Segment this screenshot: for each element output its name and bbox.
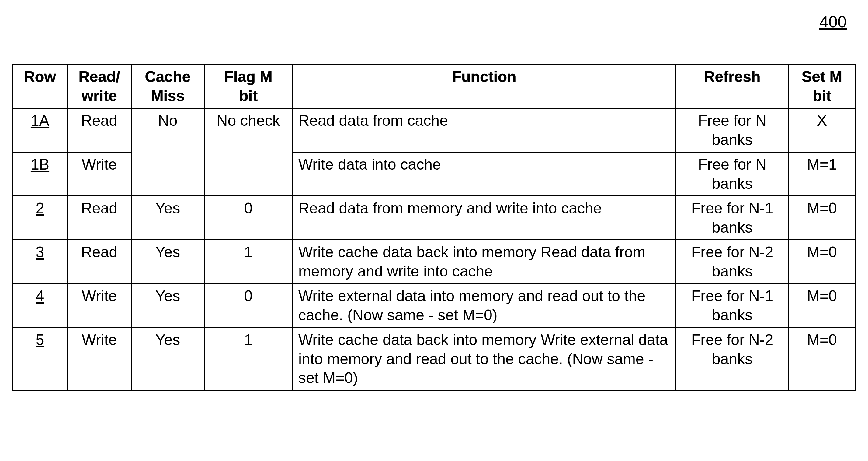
cell-function: Write external data into memory and read…: [292, 284, 676, 328]
cell-set-m-bit: M=0: [788, 240, 856, 284]
cell-refresh: Free for N banks: [676, 108, 788, 152]
cell-set-m-bit: M=1: [788, 152, 856, 196]
cell-cache-miss: No: [131, 108, 205, 196]
cell-read-write: Read: [67, 108, 131, 152]
header-function: Function: [292, 64, 676, 108]
cell-row: 3: [13, 240, 67, 284]
header-cache-miss: CacheMiss: [131, 64, 205, 108]
cell-flag-m-bit: 1: [205, 328, 292, 391]
cell-row: 5: [13, 328, 67, 391]
table-row: 4 Write Yes 0 Write external data into m…: [13, 284, 856, 328]
cell-flag-m-bit: 1: [205, 240, 292, 284]
header-row: Row: [13, 64, 67, 108]
cell-flag-m-bit: 0: [205, 284, 292, 328]
cell-function: Write cache data back into memory Read d…: [292, 240, 676, 284]
cell-read-write: Write: [67, 328, 131, 391]
cell-cache-miss: Yes: [131, 196, 205, 240]
cell-refresh: Free for N-1 banks: [676, 196, 788, 240]
table-row: 5 Write Yes 1 Write cache data back into…: [13, 328, 856, 391]
cell-set-m-bit: M=0: [788, 328, 856, 391]
row-label: 1A: [31, 111, 49, 130]
cell-row: 4: [13, 284, 67, 328]
header-refresh: Refresh: [676, 64, 788, 108]
cell-function: Read data from cache: [292, 108, 676, 152]
cell-function: Write cache data back into memory Write …: [292, 328, 676, 391]
table-header-row: Row Read/write CacheMiss Flag Mbit Funct…: [13, 64, 856, 108]
document-page: 400 Row Read/write CacheMiss Flag Mbit F…: [0, 0, 868, 461]
figure-reference-number: 400: [819, 12, 847, 31]
table-row: 1A Read No No check Read data from cache…: [13, 108, 856, 152]
header-read-write: Read/write: [67, 64, 131, 108]
cell-set-m-bit: M=0: [788, 196, 856, 240]
cell-read-write: Write: [67, 152, 131, 196]
cache-operations-table-wrapper: Row Read/write CacheMiss Flag Mbit Funct…: [12, 64, 856, 391]
cell-refresh: Free for N banks: [676, 152, 788, 196]
cell-row: 1A: [13, 108, 67, 152]
row-label: 1B: [31, 155, 49, 174]
row-label: 2: [36, 199, 44, 218]
table-row: 3 Read Yes 1 Write cache data back into …: [13, 240, 856, 284]
cell-refresh: Free for N-2 banks: [676, 328, 788, 391]
cell-row: 1B: [13, 152, 67, 196]
cell-function: Write data into cache: [292, 152, 676, 196]
cell-read-write: Read: [67, 196, 131, 240]
cell-read-write: Read: [67, 240, 131, 284]
cell-set-m-bit: X: [788, 108, 856, 152]
cell-set-m-bit: M=0: [788, 284, 856, 328]
cell-cache-miss: Yes: [131, 284, 205, 328]
cell-row: 2: [13, 196, 67, 240]
header-set-m-bit: Set Mbit: [788, 64, 856, 108]
row-label: 5: [36, 330, 44, 350]
cell-flag-m-bit: No check: [205, 108, 292, 196]
row-label: 4: [36, 287, 44, 306]
table-row: 2 Read Yes 0 Read data from memory and w…: [13, 196, 856, 240]
cell-cache-miss: Yes: [131, 240, 205, 284]
cell-refresh: Free for N-2 banks: [676, 240, 788, 284]
cell-refresh: Free for N-1 banks: [676, 284, 788, 328]
cell-cache-miss: Yes: [131, 328, 205, 391]
cache-operations-table: Row Read/write CacheMiss Flag Mbit Funct…: [12, 64, 856, 391]
cell-flag-m-bit: 0: [205, 196, 292, 240]
row-label: 3: [36, 243, 44, 262]
cell-read-write: Write: [67, 284, 131, 328]
cell-function: Read data from memory and write into cac…: [292, 196, 676, 240]
header-flag-m-bit: Flag Mbit: [205, 64, 292, 108]
